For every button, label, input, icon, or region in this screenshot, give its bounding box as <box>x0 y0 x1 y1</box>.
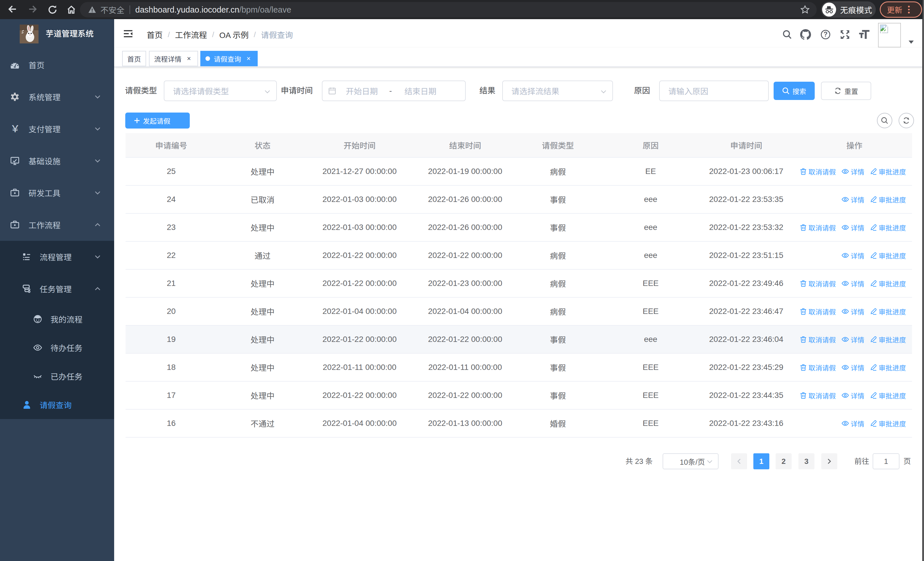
svg-text:?: ? <box>824 30 828 38</box>
